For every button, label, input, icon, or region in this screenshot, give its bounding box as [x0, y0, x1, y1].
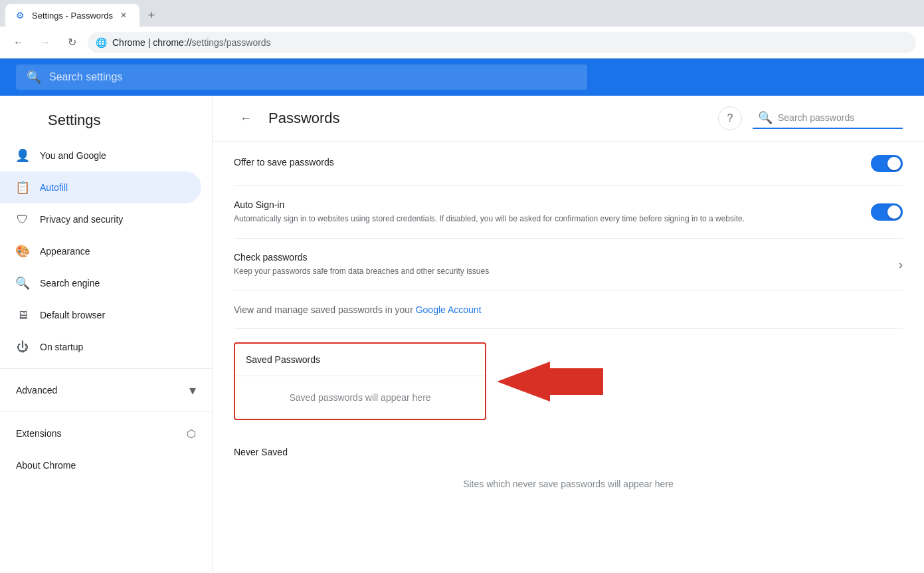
sidebar-item-label: Search engine — [40, 278, 100, 288]
sidebar-item-autofill[interactable]: 📋 Autofill — [0, 172, 201, 203]
red-arrow-annotation — [497, 362, 603, 401]
about-label: About Chrome — [16, 460, 76, 471]
palette-icon: 🎨 — [16, 245, 29, 258]
never-saved-section: Never Saved Sites which never save passw… — [234, 433, 903, 518]
search-passwords-input[interactable] — [778, 112, 897, 123]
about-chrome-link[interactable]: About Chrome — [0, 449, 212, 481]
never-saved-title: Never Saved — [234, 447, 903, 457]
sidebar-item-label: Default browser — [40, 310, 105, 320]
shield-icon: 🛡 — [16, 213, 29, 226]
check-passwords-subtitle: Keep your passwords safe from data breac… — [234, 265, 899, 277]
extensions-link[interactable]: Extensions ⬡ — [0, 417, 212, 449]
google-account-link[interactable]: Google Account — [416, 304, 482, 315]
extensions-label: Extensions — [16, 428, 181, 439]
toggle-knob — [887, 157, 901, 170]
passwords-page-title: Passwords — [268, 110, 707, 127]
search-icon: 🔍 — [16, 277, 29, 290]
settings-header: 🔍 — [0, 58, 924, 96]
site-security-icon: 🌐 — [96, 37, 107, 48]
external-link-icon: ⬡ — [187, 427, 196, 440]
offer-to-save-text: Offer to save passwords — [234, 157, 871, 170]
sidebar-title: Settings — [0, 96, 212, 140]
browser-icon: 🖥 — [16, 308, 29, 322]
manage-text: View and manage saved passwords in your — [234, 304, 416, 315]
main-layout: Settings 👤 You and Google 📋 Autofill 🛡 P… — [0, 96, 924, 573]
sidebar-item-default-browser[interactable]: 🖥 Default browser — [0, 299, 201, 331]
power-icon: ⏻ — [16, 340, 29, 354]
manage-passwords-row: View and manage saved passwords in your … — [234, 291, 903, 329]
toggle-knob-2 — [887, 205, 901, 219]
chevron-right-icon: › — [899, 258, 903, 272]
sidebar-item-appearance[interactable]: 🎨 Appearance — [0, 235, 201, 267]
tab-title: Settings - Passwords — [32, 11, 113, 21]
offer-to-save-row: Offer to save passwords — [234, 142, 903, 186]
check-passwords-title: Check passwords — [234, 252, 899, 263]
address-text: Chrome | chrome://settings/passwords — [112, 37, 271, 48]
offer-to-save-title: Offer to save passwords — [234, 157, 871, 168]
sidebar-item-you-google[interactable]: 👤 You and Google — [0, 140, 201, 172]
auto-signin-text: Auto Sign-in Automatically sign in to we… — [234, 199, 871, 225]
sidebar-item-privacy[interactable]: 🛡 Privacy and security — [0, 203, 201, 235]
expand-icon: ▾ — [189, 382, 196, 398]
sidebar-divider — [0, 368, 212, 369]
autofill-icon: 📋 — [16, 181, 29, 194]
search-passwords-icon: 🔍 — [758, 110, 773, 125]
saved-passwords-annotation-container: Saved Passwords Saved passwords will app… — [234, 329, 903, 433]
tab-bar: ⚙ Settings - Passwords ✕ + — [0, 0, 924, 27]
main-content: ← Passwords ? 🔍 Offer to save passwords — [213, 96, 924, 573]
back-button[interactable]: ← — [8, 32, 29, 53]
tab-favicon-icon: ⚙ — [16, 10, 27, 21]
navigation-bar: ← → ↻ 🌐 Chrome | chrome://settings/passw… — [0, 27, 924, 58]
auto-signin-toggle[interactable] — [871, 203, 903, 221]
saved-passwords-section: Saved Passwords Saved passwords will app… — [234, 342, 486, 420]
settings-search-icon: 🔍 — [27, 70, 41, 84]
sidebar-item-label: You and Google — [40, 150, 106, 161]
sidebar: Settings 👤 You and Google 📋 Autofill 🛡 P… — [0, 96, 213, 573]
sidebar-divider-2 — [0, 411, 212, 412]
never-saved-empty-text: Sites which never save passwords will ap… — [234, 463, 903, 505]
sidebar-item-on-startup[interactable]: ⏻ On startup — [0, 331, 201, 363]
help-button[interactable]: ? — [718, 106, 742, 130]
sidebar-item-label: Appearance — [40, 246, 90, 257]
forward-button[interactable]: → — [35, 32, 56, 53]
sidebar-item-label: Privacy and security — [40, 214, 123, 225]
advanced-label: Advanced — [16, 385, 184, 396]
settings-search-bar[interactable]: 🔍 — [16, 64, 587, 90]
passwords-page-header: ← Passwords ? 🔍 — [213, 96, 924, 142]
person-icon: 👤 — [16, 149, 29, 162]
reload-button[interactable]: ↻ — [61, 32, 82, 53]
auto-signin-title: Auto Sign-in — [234, 199, 871, 210]
sidebar-item-label: Autofill — [40, 182, 68, 193]
svg-marker-0 — [497, 362, 603, 401]
search-passwords-box[interactable]: 🔍 — [753, 108, 903, 129]
passwords-settings-content: Offer to save passwords Auto Sign-in Aut… — [213, 142, 924, 518]
saved-passwords-header: Saved Passwords — [235, 344, 485, 376]
check-passwords-row[interactable]: Check passwords Keep your passwords safe… — [234, 239, 903, 291]
address-bar[interactable]: 🌐 Chrome | chrome://settings/passwords — [88, 32, 916, 53]
tab-close-button[interactable]: ✕ — [118, 10, 129, 21]
sidebar-item-search-engine[interactable]: 🔍 Search engine — [0, 267, 201, 299]
check-passwords-text: Check passwords Keep your passwords safe… — [234, 252, 899, 277]
sidebar-item-label: On startup — [40, 342, 83, 352]
new-tab-button[interactable]: + — [142, 6, 161, 25]
advanced-section[interactable]: Advanced ▾ — [0, 374, 212, 406]
passwords-back-button[interactable]: ← — [234, 106, 258, 130]
settings-search-input[interactable] — [49, 71, 577, 83]
auto-signin-subtitle: Automatically sign in to websites using … — [234, 213, 871, 225]
auto-signin-row: Auto Sign-in Automatically sign in to we… — [234, 186, 903, 239]
saved-passwords-empty-text: Saved passwords will appear here — [235, 376, 485, 419]
active-tab[interactable]: ⚙ Settings - Passwords ✕ — [5, 4, 139, 27]
offer-to-save-toggle[interactable] — [871, 155, 903, 172]
